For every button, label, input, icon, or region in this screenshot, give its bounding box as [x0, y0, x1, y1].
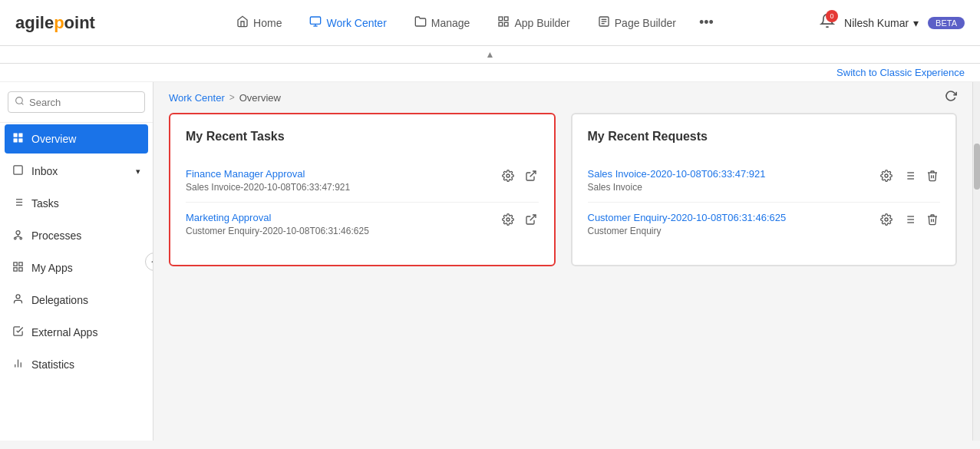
request-delete-button[interactable] — [925, 168, 940, 186]
task-settings-button[interactable] — [500, 168, 516, 186]
request-settings-button[interactable] — [879, 168, 894, 186]
more-menu-button[interactable]: ••• — [693, 12, 720, 34]
svg-rect-3 — [499, 17, 503, 21]
sidebar-search-area — [0, 82, 153, 123]
switch-bar: Switch to Classic Experience — [0, 64, 980, 82]
switch-classic-link[interactable]: Switch to Classic Experience — [836, 67, 965, 78]
svg-rect-4 — [505, 17, 509, 21]
sidebar-item-label-processes: Processes — [31, 229, 140, 242]
sidebar-item-delegations[interactable]: Delegations — [0, 284, 153, 316]
home-icon — [236, 15, 249, 31]
request-sub: Customer Enquiry — [588, 226, 787, 236]
logo: agilepoint — [15, 13, 95, 33]
my-recent-tasks-card: My Recent Tasks Finance Manager Approval… — [169, 113, 556, 266]
request-item: Sales Invoice-2020-10-08T06:33:47:921 Sa… — [588, 159, 941, 203]
nav-workcenter[interactable]: Work Center — [299, 9, 397, 37]
nav-manage-label: Manage — [431, 17, 470, 29]
request-info: Sales Invoice-2020-10-08T06:33:47:921 Sa… — [588, 168, 766, 193]
sidebar-item-label-delegations: Delegations — [31, 294, 140, 306]
task-settings-button[interactable] — [500, 212, 516, 229]
svg-rect-15 — [14, 139, 17, 142]
sidebar-item-label-statistics: Statistics — [31, 358, 140, 371]
task-info: Marketing Approval Customer Enquiry-2020… — [186, 212, 369, 236]
request-name[interactable]: Customer Enquiry-2020-10-08T06:31:46:625 — [588, 212, 787, 223]
breadcrumb-separator: > — [229, 92, 235, 103]
svg-rect-32 — [14, 268, 17, 271]
task-name[interactable]: Marketing Approval — [186, 212, 369, 223]
search-input[interactable] — [29, 97, 138, 108]
collapse-bar[interactable]: ▲ — [0, 46, 980, 64]
overview-icon — [12, 132, 24, 146]
svg-rect-16 — [19, 139, 22, 142]
nav-home-label: Home — [253, 17, 282, 29]
nav-appbuilder[interactable]: App Builder — [487, 9, 580, 37]
beta-badge: BETA — [928, 17, 965, 29]
top-nav: agilepoint Home Work Center Manage App — [0, 0, 980, 46]
user-name: Nilesh Kumar — [844, 17, 909, 29]
svg-rect-31 — [19, 262, 22, 266]
breadcrumb-link[interactable]: Work Center — [169, 92, 225, 104]
sidebar-item-label-myapps: My Apps — [31, 262, 140, 274]
task-actions — [500, 212, 539, 229]
request-list-button[interactable] — [902, 212, 917, 229]
nav-manage[interactable]: Manage — [404, 9, 481, 37]
nav-items: Home Work Center Manage App Builder Page… — [126, 9, 820, 37]
monitor-icon — [309, 15, 322, 31]
task-name[interactable]: Finance Manager Approval — [186, 168, 350, 180]
request-name[interactable]: Sales Invoice-2020-10-08T06:33:47:921 — [588, 168, 766, 180]
sidebar-item-inbox[interactable]: Inbox ▾ — [0, 155, 153, 187]
svg-point-34 — [16, 295, 20, 299]
search-icon — [15, 96, 25, 108]
cards-row: My Recent Tasks Finance Manager Approval… — [153, 113, 972, 282]
request-list-button[interactable] — [902, 168, 917, 186]
svg-rect-0 — [311, 17, 321, 24]
svg-rect-30 — [14, 262, 17, 266]
inbox-icon — [12, 164, 24, 178]
sidebar-item-myapps[interactable]: My Apps — [0, 252, 153, 284]
logo-text: agilepoint — [15, 13, 95, 32]
scrollbar-thumb — [974, 144, 980, 190]
grid-icon — [497, 15, 510, 31]
task-sub: Customer Enquiry-2020-10-08T06:31:46:625 — [186, 226, 369, 236]
svg-point-27 — [20, 237, 22, 239]
tasks-icon — [12, 196, 24, 210]
delegations-icon — [12, 293, 24, 307]
sidebar-item-processes[interactable]: Processes — [0, 220, 153, 252]
user-profile[interactable]: Nilesh Kumar ▾ — [844, 17, 919, 29]
svg-line-39 — [530, 171, 535, 177]
my-recent-requests-title: My Recent Requests — [588, 130, 941, 144]
nav-appbuilder-label: App Builder — [514, 17, 569, 29]
page-icon — [598, 15, 610, 31]
notification-button[interactable]: 0 — [820, 13, 835, 32]
request-settings-button[interactable] — [879, 212, 894, 229]
task-external-link-button[interactable] — [523, 212, 539, 229]
chevron-down-icon: ▾ — [136, 167, 140, 177]
sidebar-item-label-overview: Overview — [31, 133, 140, 145]
refresh-button[interactable] — [945, 90, 957, 105]
main-layout: Overview Inbox ▾ Tasks Processes — [0, 82, 980, 441]
svg-line-29 — [18, 236, 21, 237]
sidebar-item-externalapps[interactable]: External Apps — [0, 316, 153, 348]
svg-rect-14 — [19, 134, 22, 137]
svg-point-40 — [506, 218, 510, 221]
chevron-down-icon: ▾ — [913, 17, 919, 29]
scrollbar-track[interactable] — [972, 82, 980, 441]
collapse-arrow: ▲ — [486, 49, 495, 60]
svg-point-42 — [885, 174, 888, 177]
request-actions — [879, 168, 940, 186]
sidebar-item-tasks[interactable]: Tasks — [0, 187, 153, 220]
nav-right: 0 Nilesh Kumar ▾ BETA — [820, 13, 965, 32]
svg-point-11 — [16, 97, 23, 104]
task-item: Marketing Approval Customer Enquiry-2020… — [186, 203, 539, 246]
task-external-link-button[interactable] — [523, 168, 539, 186]
request-item: Customer Enquiry-2020-10-08T06:31:46:625… — [588, 203, 941, 246]
notification-badge: 0 — [826, 10, 838, 22]
nav-pagebuilder[interactable]: Page Builder — [587, 9, 687, 37]
sidebar-item-overview[interactable]: Overview — [5, 124, 148, 154]
my-recent-requests-card: My Recent Requests Sales Invoice-2020-10… — [571, 113, 958, 266]
nav-home[interactable]: Home — [226, 9, 292, 37]
task-info: Finance Manager Approval Sales Invoice-2… — [186, 168, 350, 193]
sidebar-item-statistics[interactable]: Statistics — [0, 348, 153, 381]
request-delete-button[interactable] — [925, 212, 940, 229]
svg-line-28 — [15, 236, 18, 237]
